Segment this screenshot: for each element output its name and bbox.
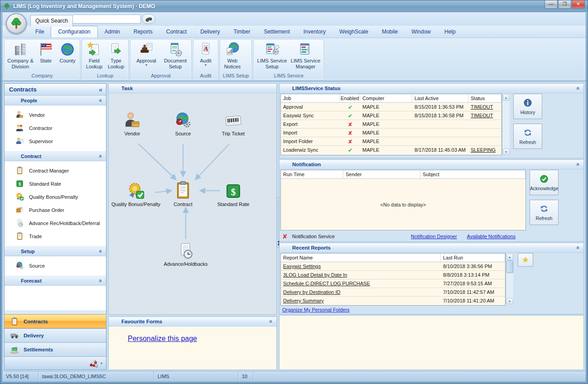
cherries-icon[interactable] (89, 358, 99, 368)
organize-folders-link[interactable]: Organize My Personal Folders (282, 307, 350, 312)
tab-timber[interactable]: Timber (227, 26, 257, 38)
state-button[interactable]: State (35, 41, 56, 65)
nav-delivery[interactable]: Delivery (5, 328, 106, 342)
section-header-setup[interactable]: Setup « (5, 246, 106, 256)
table-row[interactable]: Easywiz Sync ✔ MAPLE 8/15/2018 1:36:58 P… (281, 111, 501, 120)
collapse-section-icon[interactable]: « (98, 155, 104, 158)
web-notices-button[interactable]: Web Notices (222, 41, 243, 71)
table-row[interactable]: Loaderwiz Sync ✔ MAPLE 8/17/2018 11:45:0… (281, 146, 501, 154)
scroll-thumb[interactable] (506, 260, 513, 273)
nav-contracts[interactable]: Contracts (5, 314, 106, 328)
type-lookup-button[interactable]: Type Lookup (106, 41, 126, 71)
report-link[interactable]: Delivery by Destination ID (281, 288, 441, 296)
vertical-scrollbar[interactable]: ▲ ▼ (502, 94, 510, 155)
sidebar-item-source[interactable]: Source (5, 259, 106, 272)
ribbon-group-company: Company & Division State County Company (4, 39, 80, 80)
collapse-section-icon[interactable]: « (98, 250, 104, 253)
tab-help[interactable]: Help (438, 26, 463, 38)
report-link[interactable]: Delivery Summary (281, 297, 441, 305)
quick-search-input[interactable] (73, 14, 141, 24)
acknowledge-button[interactable]: Acknowledge (530, 170, 559, 195)
report-link[interactable]: Schedule C-DIRECT LOG PURCHASE (281, 279, 441, 288)
section-header-people[interactable]: People « (5, 96, 106, 106)
sidebar-item-standard-rate[interactable]: Standard Rate (5, 177, 106, 190)
sidebar-item-vendor[interactable]: Vendor (5, 108, 106, 121)
section-header-contract[interactable]: Contract « (5, 151, 106, 161)
company-division-button[interactable]: Company & Division (6, 41, 34, 71)
audit-button[interactable]: Audit ▾ (195, 41, 216, 67)
tab-weighscale[interactable]: WeighScale (333, 26, 375, 38)
sidebar-item-trade[interactable]: Trade (5, 230, 106, 243)
collapse-section-icon[interactable]: « (98, 99, 104, 102)
scroll-down-icon[interactable]: ▼ (503, 149, 510, 155)
history-button[interactable]: History (513, 94, 542, 119)
collapse-panel-icon[interactable]: « (575, 87, 582, 90)
collapse-sidebar-icon[interactable]: « (99, 86, 102, 93)
app-menu-button[interactable] (6, 13, 27, 34)
table-row[interactable]: 3LOG Load Detail by Date In 8/8/2018 3:1… (281, 271, 505, 279)
tab-admin[interactable]: Admin (98, 26, 127, 38)
nav-settlements[interactable]: Settlements (5, 342, 106, 356)
collapse-panel-icon[interactable]: « (575, 246, 582, 250)
tab-delivery[interactable]: Delivery (193, 26, 227, 38)
document-setup-button[interactable]: Document Setup (161, 41, 189, 71)
tab-contract[interactable]: Contract (159, 26, 193, 38)
collapse-section-icon[interactable]: « (98, 279, 104, 283)
sidebar-item-purchase-order[interactable]: Purchase Order (5, 203, 106, 216)
county-button[interactable]: County (57, 41, 78, 65)
favourites-star-button[interactable]: ★ (518, 253, 533, 267)
refresh-notifications-button[interactable]: Refresh (530, 200, 559, 225)
tab-mobile[interactable]: Mobile (375, 26, 405, 38)
table-row[interactable]: Delivery Summary 7/10/2018 11:41:20 AM (281, 297, 505, 305)
status-link[interactable]: TIMEOUT (468, 111, 501, 120)
minimize-button[interactable]: — (545, 0, 558, 9)
tab-settlement[interactable]: Settlement (257, 26, 296, 38)
panel-splitter[interactable] (276, 197, 280, 247)
section-header-forecast[interactable]: Forecast « (5, 276, 106, 286)
task-node-advance-holdbacks[interactable]: Advance/Holdbacks (156, 242, 215, 267)
vertical-scrollbar[interactable]: ▲ ▼ (506, 253, 513, 305)
tab-window[interactable]: Window (405, 26, 438, 38)
table-row[interactable]: Easywiz Settings 8/10/2018 3:36:56 PM (281, 262, 505, 271)
notification-designer-link[interactable]: Notification Designer (411, 234, 457, 239)
table-row[interactable]: Import Folder ✘ MAPLE (281, 137, 501, 146)
sidebar-item-advance-rec[interactable]: Advance Rec/Holdback/Deferral (5, 216, 106, 230)
task-node-standard-rate[interactable]: Standard Rate (204, 182, 263, 207)
approval-button[interactable]: Approval ▾ (132, 41, 160, 67)
scroll-up-icon[interactable]: ▲ (506, 254, 513, 260)
tab-inventory[interactable]: Inventory (297, 26, 333, 38)
report-link[interactable]: Easywiz Settings (281, 262, 441, 270)
sidebar-item-contractor[interactable]: Contractor (5, 121, 106, 134)
scroll-up-icon[interactable]: ▲ (503, 94, 510, 101)
table-row[interactable]: Delivery by Destination ID 7/10/2018 11:… (281, 288, 505, 297)
table-row[interactable]: Approval ✔ MAPLE 8/15/2018 1:36:53 PM TI… (281, 103, 501, 111)
close-button[interactable]: ✕ (572, 0, 585, 9)
field-lookup-button[interactable]: Field Lookup (84, 41, 105, 71)
sidebar-item-contract-manager[interactable]: Contract Manager (5, 164, 106, 177)
splitter-grip[interactable]: ····· (5, 311, 106, 314)
lims-service-setup-button[interactable]: LIMS Service Setup (255, 41, 288, 71)
status-link[interactable]: SLEEPING (468, 146, 501, 154)
sidebar-footer: ▾ (5, 356, 106, 370)
lims-service-manager-button[interactable]: LIMS Service Manager (289, 41, 322, 71)
table-row[interactable]: Schedule C-DIRECT LOG PURCHASE 7/27/2018… (281, 279, 505, 288)
sidebar-item-quality-bonus-penalty[interactable]: Quality Bonus/Penalty (5, 190, 106, 203)
available-notifications-link[interactable]: Available Notifications (467, 234, 516, 239)
table-row[interactable]: Import ✘ MAPLE (281, 129, 501, 137)
tab-configuration[interactable]: Configuration (51, 26, 97, 38)
nav-options-caret-icon[interactable]: ▾ (101, 361, 102, 365)
report-link[interactable]: 3LOG Load Detail by Date In (281, 271, 441, 279)
refresh-button[interactable]: Refresh (513, 124, 542, 149)
tab-reports[interactable]: Reports (127, 26, 159, 38)
status-link[interactable]: TIMEOUT (468, 103, 501, 111)
task-node-trip-ticket[interactable]: Trip Ticket (204, 111, 263, 136)
restore-button[interactable]: ❐ (558, 0, 571, 9)
table-row[interactable]: Export ✘ MAPLE (281, 120, 501, 129)
collapse-panel-icon[interactable]: « (575, 163, 582, 166)
personalize-page-link[interactable]: Personalize this page (128, 335, 197, 342)
sidebar-item-supervisor[interactable]: Supervisor (5, 134, 106, 148)
search-button[interactable] (142, 14, 155, 24)
scroll-down-icon[interactable]: ▼ (506, 298, 513, 304)
tab-file[interactable]: File (29, 26, 51, 38)
collapse-panel-icon[interactable]: « (268, 320, 275, 323)
